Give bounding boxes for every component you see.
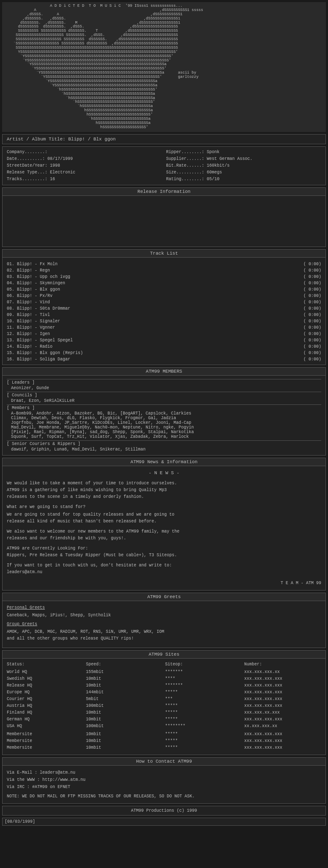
site-status: Finland HQ <box>7 709 84 716</box>
track-time: ( 0:00) <box>303 261 321 267</box>
sites-rows: World HQ 155mbit ******* xxx.xxx.xxx.xx … <box>7 669 321 730</box>
track-item: 15. Blipp! - Blx ggon (Repris)( 0:00) <box>7 350 321 356</box>
release-info-section: Release Information <box>2 187 326 247</box>
site-number: xxx.xxx.xx.xxx <box>244 709 321 716</box>
site-speed: 155mbit <box>86 669 163 676</box>
footer-productions: ATM99 Productions (c) 1999 <box>2 806 326 816</box>
sites-col-speed: Speed: <box>86 662 163 667</box>
site-speed: 10mbit <box>86 709 163 716</box>
site-status: Membersite <box>7 744 84 751</box>
site-siteop: ***** <box>165 703 242 709</box>
track-list-items: 01. Blipp! - Fx Moln( 0:00)02. Blipp! - … <box>7 261 321 363</box>
track-number: 07. Blipp! - Vind <box>7 299 50 305</box>
member-sites-rows: Membersite 10mbit ***** xxx.xxx.xxx.xxx … <box>7 731 321 751</box>
track-item: 08. Blipp! - S0ta Dr0mmar( 0:00) <box>7 305 321 312</box>
councils-category: [ Councils ] Draat, Ezon, SeRiAlKiLLeR <box>7 392 321 403</box>
members-header: ATM99 MEMBERS <box>3 368 325 376</box>
release-info-content <box>3 196 325 247</box>
contact-www: Via the WWW : http://www.atm.nu <box>7 776 321 783</box>
site-siteop: ***** <box>165 709 242 716</box>
track-number: 13. Blipp! - Spegel Spegel <box>7 337 73 343</box>
date-value: 08/17/1999 <box>47 157 73 161</box>
senior-label: [ Senior Couriers & Rippers ] <box>7 442 321 446</box>
site-number: xxx.xxx.xxx.xxx <box>244 676 321 682</box>
productions-text: ATM99 Productions (c) 1999 <box>131 808 197 813</box>
track-time: ( 0:00) <box>303 350 321 356</box>
site-siteop: ***** <box>165 738 242 744</box>
track-time: ( 0:00) <box>303 331 321 337</box>
group-greets: Group Greets AMOK, APC, DCB, MGC, RADIUM… <box>7 621 321 642</box>
track-number: 05. Blipp! - Blx ggon <box>7 286 60 293</box>
album-title-box: Artist / Album Title: Blipp! / Blx ggon <box>2 134 326 144</box>
councils-names: Draat, Ezon, SeRiAlKiLLeR <box>7 398 321 403</box>
date-row: Date..........: 08/17/1999 <box>7 156 162 162</box>
leaders-names: Aeonizer, Gunde <box>7 386 321 390</box>
track-time: ( 0:00) <box>303 280 321 286</box>
site-speed: 100mbit <box>86 703 163 709</box>
site-row: Austria HQ 100mbit ***** xxx.xxx.xxx.xxx <box>7 703 321 709</box>
tracks-row: Tracks.........: 16 <box>7 176 162 183</box>
site-number: xxx.xxx.xxx.xxx <box>244 731 321 738</box>
site-speed: 10mbit <box>86 716 163 723</box>
site-siteop: ***** <box>165 689 242 696</box>
site-speed: 10mbit <box>86 744 163 751</box>
date-footer: [08/03/1999] <box>2 818 326 826</box>
news-section: ATM99 News & Information - N E W S - We … <box>2 458 326 591</box>
members-label-main: [ Members ] <box>7 406 321 410</box>
members-title: ATM99 MEMBERS <box>146 369 182 374</box>
site-row: German HQ 10mbit ***** xxx.xxx.xxx.xxx <box>7 716 321 723</box>
track-item: 09. Blipp! - Tivl( 0:00) <box>7 312 321 318</box>
site-siteop: *** <box>165 696 242 703</box>
site-number: xx.xxx.xxx.xx <box>244 723 321 730</box>
street-row: StreetDate/Year: 1998 <box>7 162 162 169</box>
street-value: 1998 <box>50 163 60 168</box>
rating-row: Rating........: 05/10 <box>166 176 322 183</box>
tracks-value: 16 <box>50 177 55 181</box>
news-content: - N E W S - We would like to take a mome… <box>3 466 325 591</box>
release-row: Release Type...: Electronic <box>7 169 162 176</box>
site-siteop: ***** <box>165 716 242 723</box>
info-col-left: Company........: Date..........: 08/17/1… <box>7 149 162 183</box>
site-number: xxx.xxx.xxx.xxx <box>244 716 321 723</box>
track-item: 11. Blipp! - Vgnner( 0:00) <box>7 324 321 331</box>
track-item: 06. Blipp! - Px/Rv( 0:00) <box>7 293 321 299</box>
bitrate-value: 160kbit/s <box>207 163 230 168</box>
contact-email: Via E-Mail : leaders@atm.nu <box>7 769 321 776</box>
track-item: 01. Blipp! - Fx Moln( 0:00) <box>7 261 321 267</box>
site-siteop: ***** <box>165 731 242 738</box>
personal-greets-label: Personal Greets <box>7 604 321 611</box>
contact-irc: Via IRC : #ATM99 on EFNET <box>7 783 321 791</box>
news-p2: We are going to stand for top quality re… <box>7 511 321 525</box>
track-number: 06. Blipp! - Px/Rv <box>7 293 52 299</box>
track-time: ( 0:00) <box>303 337 321 343</box>
greets-header: ATM99 Greets <box>3 593 325 601</box>
track-time: ( 0:00) <box>303 356 321 363</box>
news-looking: ATM99 are Currently Looking For: Rippers… <box>7 545 321 559</box>
greets-section: ATM99 Greets Personal Greets Caneback, M… <box>2 593 326 648</box>
group-greets-label: Group Greets <box>7 621 321 628</box>
site-status: Membersite <box>7 738 84 744</box>
site-siteop: ***** <box>165 744 242 751</box>
track-item: 10. Blipp! - Signaler( 0:00) <box>7 318 321 324</box>
sites-header: ATM99 Sites <box>3 651 325 659</box>
footer-date: [08/03/1999] <box>5 819 35 824</box>
site-speed: 144mbit <box>86 689 163 696</box>
site-number: xxx.xxx.xxx.xxx <box>244 696 321 703</box>
track-time: ( 0:00) <box>303 305 321 312</box>
site-speed: 10mbit <box>86 676 163 682</box>
site-row: Release HQ 10mbit ******* xxx.xxx.xxx.xx… <box>7 682 321 689</box>
site-row: World HQ 155mbit ******* xxx.xxx.xxx.xx <box>7 669 321 676</box>
track-time: ( 0:00) <box>303 274 321 280</box>
news-p3: We also want to welcome our new members … <box>7 528 321 542</box>
size-value: 60megs <box>207 170 222 175</box>
site-status: World HQ <box>7 669 84 676</box>
contact-content: Via E-Mail : leaders@atm.nu Via the WWW … <box>3 766 325 803</box>
size-label: Size..........: <box>166 170 204 175</box>
site-speed: 100mbit <box>86 723 163 730</box>
release-info-header: Release Information <box>3 188 325 196</box>
release-info-title: Release Information <box>138 189 190 194</box>
site-status: USA HQ <box>7 723 84 730</box>
track-number: 12. Blipp! - Igen <box>7 331 50 337</box>
track-item: 03. Blipp! - Upp och ivgg( 0:00) <box>7 274 321 280</box>
supplier-row: Supplier......: West German Assoc. <box>166 156 322 162</box>
